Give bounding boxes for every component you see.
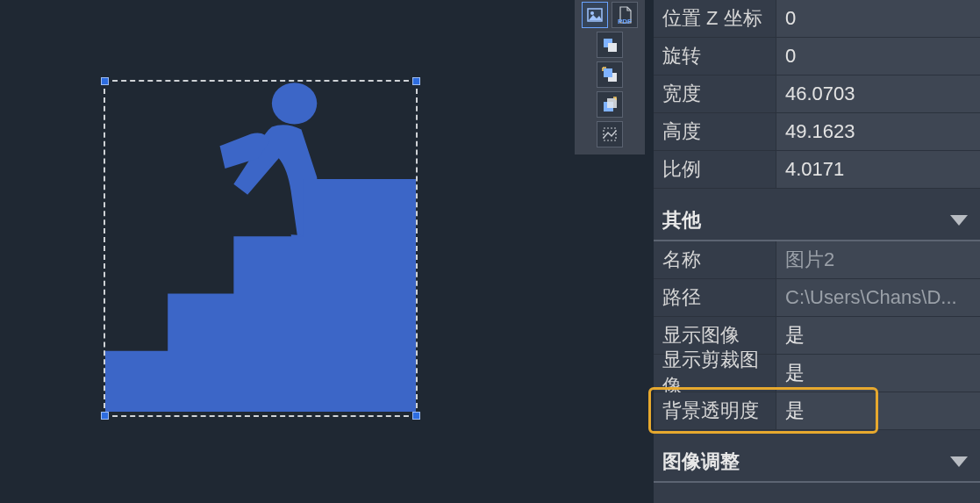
selected-image-content	[105, 82, 416, 415]
property-value[interactable]: 0	[776, 38, 980, 75]
resize-handle-bottom-right[interactable]	[412, 412, 420, 420]
clip-boundary-button[interactable]	[597, 121, 623, 147]
property-value[interactable]: 4.0171	[776, 151, 980, 188]
property-label: 比例	[654, 151, 776, 188]
property-label: 路径	[654, 279, 776, 316]
property-value[interactable]: 0	[776, 0, 980, 37]
section-header-other[interactable]: 其他	[654, 201, 980, 241]
property-value[interactable]: 46.0703	[776, 75, 980, 112]
property-row: 背景透明度是	[654, 392, 980, 430]
order-swap-button[interactable]	[597, 91, 623, 118]
property-value[interactable]: 49.1623	[776, 113, 980, 150]
property-row: 显示剪裁图像是	[654, 355, 980, 392]
send-backward-button[interactable]	[597, 61, 623, 88]
chevron-down-icon	[950, 456, 968, 467]
property-label: 位置 Z 坐标	[654, 0, 776, 37]
property-row: 高度49.1623	[654, 113, 980, 151]
property-row: 位置 Z 坐标0	[654, 0, 980, 38]
property-value[interactable]: 是	[776, 355, 980, 392]
properties-panel: 位置 Z 坐标0旋转0宽度46.0703高度49.1623比例4.0171 其他…	[654, 0, 980, 503]
section-header-image-adjust-label: 图像调整	[662, 449, 740, 475]
clip-boundary-icon	[601, 126, 619, 143]
property-value[interactable]: 是	[776, 317, 980, 354]
section-header-image-adjust[interactable]: 图像调整	[654, 442, 980, 483]
svg-rect-4	[608, 43, 617, 52]
bring-forward-icon	[601, 36, 619, 54]
property-label: 显示剪裁图像	[654, 355, 776, 392]
property-row: 比例4.0171	[654, 151, 980, 189]
resize-handle-bottom-left[interactable]	[101, 412, 109, 420]
property-value[interactable]: C:\Users\Chans\D...	[776, 279, 980, 316]
section-header-other-label: 其他	[662, 207, 701, 234]
attach-pdf-button[interactable]: PDF	[612, 2, 638, 28]
bring-forward-button[interactable]	[597, 32, 623, 58]
property-row: 名称图片2	[654, 241, 980, 279]
pdf-badge-label: PDF	[618, 18, 632, 25]
resize-handle-top-left[interactable]	[101, 77, 109, 85]
selected-image-bounds[interactable]	[104, 80, 418, 417]
property-value[interactable]: 图片2	[776, 241, 980, 278]
property-row: 旋转0	[654, 38, 980, 75]
svg-rect-6	[604, 68, 612, 77]
swap-order-icon	[601, 96, 619, 113]
property-label: 背景透明度	[654, 392, 776, 429]
send-backward-icon	[601, 66, 619, 83]
drawing-canvas[interactable]	[0, 0, 570, 503]
property-row: 宽度46.0703	[654, 75, 980, 113]
image-icon	[586, 6, 604, 24]
insert-tool-palette: PDF	[575, 0, 645, 154]
property-row: 路径C:\Users\Chans\D...	[654, 279, 980, 317]
property-value[interactable]: 是	[776, 392, 980, 429]
stairs-walk-icon	[105, 82, 416, 415]
svg-point-0	[272, 83, 317, 124]
resize-handle-top-right[interactable]	[412, 77, 420, 85]
property-label: 宽度	[654, 75, 776, 112]
svg-point-2	[590, 11, 594, 15]
chevron-down-icon	[950, 215, 968, 226]
property-label: 旋转	[654, 38, 776, 75]
attach-image-button[interactable]	[582, 2, 608, 28]
property-label: 高度	[654, 113, 776, 150]
property-label: 名称	[654, 241, 776, 278]
